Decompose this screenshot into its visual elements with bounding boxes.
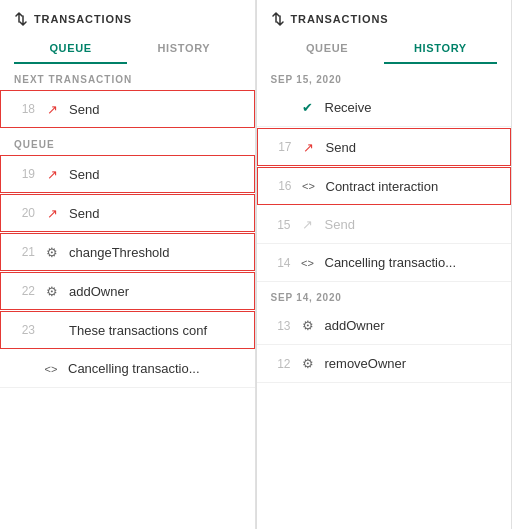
receive-icon: ✔ bbox=[299, 100, 317, 115]
tx-num: 22 bbox=[15, 284, 35, 298]
tx-label: Receive bbox=[325, 100, 498, 115]
date-label-sep14: SEP 14, 2020 bbox=[257, 282, 512, 307]
tx-label: Send bbox=[69, 206, 240, 221]
left-title: TRANSACTIONS bbox=[14, 12, 241, 26]
transactions-icon-right bbox=[271, 12, 285, 26]
left-panel-title: TRANSACTIONS bbox=[34, 13, 132, 25]
tab-queue-left[interactable]: QUEUE bbox=[14, 36, 127, 64]
tx-label: changeThreshold bbox=[69, 245, 240, 260]
tab-history-right[interactable]: HISTORY bbox=[384, 36, 497, 64]
right-panel: TRANSACTIONS QUEUE HISTORY SEP 15, 2020 … bbox=[257, 0, 513, 529]
tx-label-18: Send bbox=[69, 102, 240, 117]
table-row[interactable]: 14 <> Cancelling transactio... bbox=[257, 244, 512, 282]
tx-num: 16 bbox=[272, 179, 292, 193]
left-tabs: QUEUE HISTORY bbox=[14, 36, 241, 64]
send-muted-icon: ↗ bbox=[299, 217, 317, 232]
table-row[interactable]: 16 <> Contract interaction bbox=[257, 167, 512, 205]
table-row[interactable]: 12 ⚙ removeOwner bbox=[257, 345, 512, 383]
tx-label: Send bbox=[69, 167, 240, 182]
tx-label: These transactions conf bbox=[69, 323, 240, 338]
tx-label: Cancelling transactio... bbox=[68, 361, 241, 376]
settings-icon: ⚙ bbox=[299, 356, 317, 371]
tx-label: removeOwner bbox=[325, 356, 498, 371]
tx-num: 14 bbox=[271, 256, 291, 270]
table-row[interactable]: 21 ⚙ changeThreshold bbox=[0, 233, 255, 271]
tx-label: Send bbox=[326, 140, 497, 155]
right-tabs: QUEUE HISTORY bbox=[271, 36, 498, 64]
tx-label: Cancelling transactio... bbox=[325, 255, 498, 270]
send-icon: ↗ bbox=[43, 167, 61, 182]
tab-queue-right[interactable]: QUEUE bbox=[271, 36, 384, 64]
tx-num: 15 bbox=[271, 218, 291, 232]
send-icon: ↗ bbox=[43, 206, 61, 221]
tx-num: 19 bbox=[15, 167, 35, 181]
right-content: SEP 15, 2020 ✔ Receive 17 ↗ Send 16 <> C… bbox=[257, 64, 512, 529]
table-row[interactable]: 20 ↗ Send bbox=[0, 194, 255, 232]
left-header: TRANSACTIONS QUEUE HISTORY bbox=[0, 0, 255, 64]
tx-num: 12 bbox=[271, 357, 291, 371]
table-row[interactable]: 17 ↗ Send bbox=[257, 128, 512, 166]
settings-icon: ⚙ bbox=[43, 245, 61, 260]
left-panel: TRANSACTIONS QUEUE HISTORY NEXT TRANSACT… bbox=[0, 0, 256, 529]
table-row[interactable]: 23 These transactions conf bbox=[0, 311, 255, 349]
contract-icon: <> bbox=[300, 180, 318, 192]
next-tx-row[interactable]: 18 ↗ Send bbox=[0, 90, 255, 128]
tx-label: addOwner bbox=[69, 284, 240, 299]
tx-num: 17 bbox=[272, 140, 292, 154]
queue-section-label: QUEUE bbox=[0, 129, 255, 154]
table-row[interactable]: 22 ⚙ addOwner bbox=[0, 272, 255, 310]
tx-label: Send bbox=[325, 217, 498, 232]
transactions-icon-left bbox=[14, 12, 28, 26]
send-icon: ↗ bbox=[300, 140, 318, 155]
tx-num: 23 bbox=[15, 323, 35, 337]
settings-icon: ⚙ bbox=[299, 318, 317, 333]
tx-num: 13 bbox=[271, 319, 291, 333]
contract-icon: <> bbox=[299, 257, 317, 269]
settings-icon: ⚙ bbox=[43, 284, 61, 299]
tx-label: addOwner bbox=[325, 318, 498, 333]
table-row[interactable]: ✔ Receive bbox=[257, 89, 512, 127]
next-section-label: NEXT TRANSACTION bbox=[0, 64, 255, 89]
right-title: TRANSACTIONS bbox=[271, 12, 498, 26]
date-label-sep15: SEP 15, 2020 bbox=[257, 64, 512, 89]
tx-num: 21 bbox=[15, 245, 35, 259]
table-row[interactable]: 19 ↗ Send bbox=[0, 155, 255, 193]
send-icon-18: ↗ bbox=[43, 102, 61, 117]
table-row[interactable]: 13 ⚙ addOwner bbox=[257, 307, 512, 345]
table-row[interactable]: 15 ↗ Send bbox=[257, 206, 512, 244]
table-row[interactable]: <> Cancelling transactio... bbox=[0, 350, 255, 388]
tx-num: 20 bbox=[15, 206, 35, 220]
right-header: TRANSACTIONS QUEUE HISTORY bbox=[257, 0, 512, 64]
tab-history-left[interactable]: HISTORY bbox=[127, 36, 240, 64]
contract-icon: <> bbox=[42, 363, 60, 375]
right-panel-title: TRANSACTIONS bbox=[291, 13, 389, 25]
left-content: NEXT TRANSACTION 18 ↗ Send QUEUE 19 ↗ Se… bbox=[0, 64, 255, 529]
tx-label: Contract interaction bbox=[326, 179, 497, 194]
tx-num-18: 18 bbox=[15, 102, 35, 116]
